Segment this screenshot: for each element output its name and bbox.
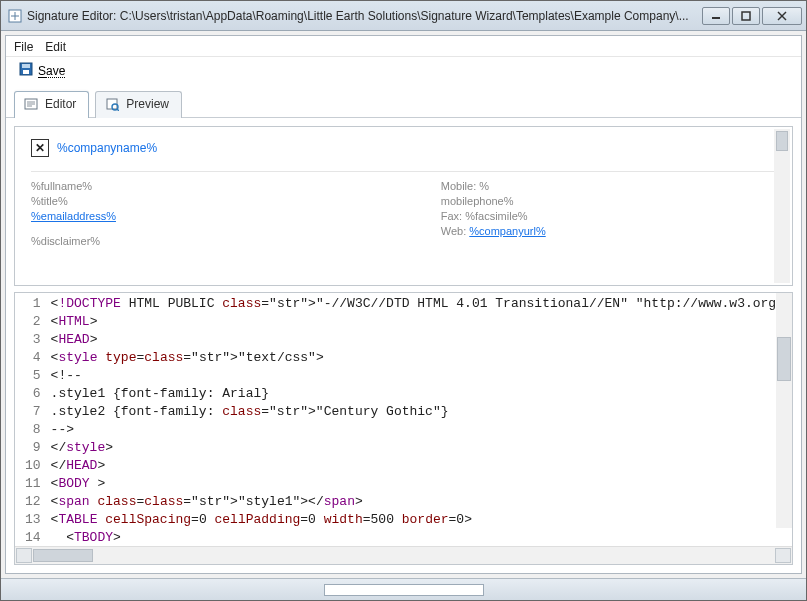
code-vertical-scrollbar[interactable] [776, 293, 792, 528]
editor-icon [23, 96, 39, 112]
app-window: Signature Editor: C:\Users\tristan\AppDa… [0, 0, 807, 601]
web-link[interactable]: %companyurl% [469, 225, 545, 237]
progress-indicator [324, 584, 484, 596]
svg-line-14 [117, 109, 119, 111]
mobile-label: Mobile: % [441, 180, 776, 192]
client-area: File Edit Save [5, 35, 802, 574]
preview-scrollbar[interactable] [774, 129, 790, 283]
save-button[interactable]: Save [14, 59, 69, 82]
web-row: Web: %companyurl% [441, 225, 776, 237]
window-title: Signature Editor: C:\Users\tristan\AppDa… [27, 9, 702, 23]
workarea: ✕ %companyname% %fullname% %title% %emai… [6, 118, 801, 573]
preview-icon [104, 96, 120, 112]
statusbar [1, 578, 806, 600]
minimize-button[interactable] [702, 7, 730, 25]
menu-edit[interactable]: Edit [45, 40, 66, 54]
toolbar: Save [6, 57, 801, 86]
titlebar: Signature Editor: C:\Users\tristan\AppDa… [1, 1, 806, 31]
code-horizontal-scrollbar[interactable] [15, 546, 792, 564]
app-icon [7, 8, 23, 24]
tab-editor[interactable]: Editor [14, 91, 89, 118]
code-text[interactable]: <!DOCTYPE HTML PUBLIC class="str">"-//W3… [47, 293, 792, 546]
fullname-placeholder: %fullname% [31, 180, 441, 192]
save-label: Save [38, 64, 65, 78]
svg-rect-7 [23, 70, 29, 74]
menu-file[interactable]: File [14, 40, 33, 54]
tab-editor-label: Editor [45, 97, 76, 111]
scroll-left-button[interactable] [16, 548, 32, 563]
preview-pane: ✕ %companyname% %fullname% %title% %emai… [14, 126, 793, 286]
mobilephone-placeholder: mobilephone% [441, 195, 776, 207]
window-controls [702, 7, 802, 25]
tab-preview-label: Preview [126, 97, 169, 111]
fax-placeholder: Fax: %facsimile% [441, 210, 776, 222]
svg-rect-6 [22, 64, 30, 68]
scroll-thumb[interactable] [33, 549, 93, 562]
placeholder-image-icon: ✕ [31, 139, 49, 157]
menubar: File Edit [6, 36, 801, 57]
title-placeholder: %title% [31, 195, 441, 207]
close-button[interactable] [762, 7, 802, 25]
line-gutter: 1234567891011121314151617 [15, 293, 47, 546]
code-editor: 1234567891011121314151617 <!DOCTYPE HTML… [14, 292, 793, 565]
code-pane[interactable]: 1234567891011121314151617 <!DOCTYPE HTML… [15, 293, 792, 546]
save-icon [18, 61, 34, 80]
scroll-right-button[interactable] [775, 548, 791, 563]
company-placeholder: %companyname% [57, 141, 157, 155]
svg-rect-2 [742, 12, 750, 20]
tab-preview[interactable]: Preview [95, 91, 182, 118]
tabstrip: Editor Preview [6, 86, 801, 118]
disclaimer-placeholder: %disclaimer% [31, 235, 441, 247]
email-placeholder[interactable]: %emailaddress% [31, 210, 441, 222]
maximize-button[interactable] [732, 7, 760, 25]
